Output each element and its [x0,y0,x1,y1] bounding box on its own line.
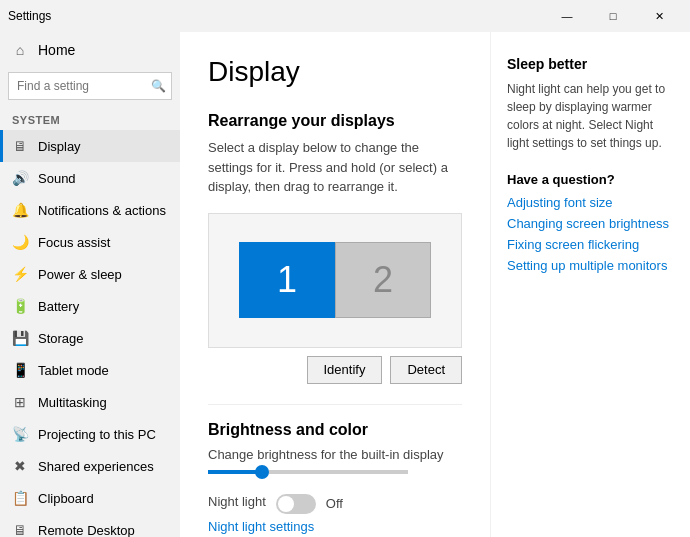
home-icon: ⌂ [12,42,28,58]
sidebar-item-display[interactable]: 🖥 Display [0,130,180,162]
sidebar-item-focus[interactable]: 🌙 Focus assist [0,226,180,258]
search-input[interactable] [8,72,172,100]
detect-button[interactable]: Detect [390,356,462,384]
titlebar: Settings — □ ✕ [0,0,690,32]
remote-icon: 🖥 [12,522,28,537]
sidebar-item-battery[interactable]: 🔋 Battery [0,290,180,322]
slider-container [208,470,462,474]
sidebar-item-label: Sound [38,171,76,186]
question-title: Have a question? [507,172,674,187]
clipboard-icon: 📋 [12,490,28,506]
sidebar-item-multitasking[interactable]: ⊞ Multitasking [0,386,180,418]
sleep-title: Sleep better [507,56,674,72]
shared-icon: ✖ [12,458,28,474]
divider-1 [208,404,462,405]
sidebar-item-sound[interactable]: 🔊 Sound [0,162,180,194]
sidebar-item-label: Clipboard [38,491,94,506]
main-content: Display Rearrange your displays Select a… [180,32,490,537]
app-body: ⌂ Home 🔍 System 🖥 Display 🔊 Sound 🔔 Noti… [0,32,690,537]
right-panel: Sleep better Night light can help you ge… [490,32,690,537]
night-light-state: Off [326,496,343,511]
sidebar-item-label: Multitasking [38,395,107,410]
sleep-desc: Night light can help you get to sleep by… [507,80,674,152]
sidebar-item-label: Power & sleep [38,267,122,282]
sidebar-item-label: Storage [38,331,84,346]
page-title: Display [208,56,462,88]
sidebar-item-label: Shared experiences [38,459,154,474]
display-preview: 1 2 [208,213,462,348]
sidebar-item-label: Focus assist [38,235,110,250]
monitor-container: 1 2 [239,242,431,318]
display-buttons: Identify Detect [208,356,462,384]
focus-icon: 🌙 [12,234,28,250]
rearrange-desc: Select a display below to change the set… [208,138,462,197]
night-light-section: Night light Off Night light settings [208,494,462,534]
sidebar-item-label: Projecting to this PC [38,427,156,442]
titlebar-title: Settings [8,9,544,23]
monitor-2[interactable]: 2 [335,242,431,318]
night-light-toggle[interactable] [276,494,316,514]
sidebar-item-projecting[interactable]: 📡 Projecting to this PC [0,418,180,450]
sidebar-item-label: Tablet mode [38,363,109,378]
sound-icon: 🔊 [12,170,28,186]
search-icon: 🔍 [151,79,166,93]
night-light-settings-link[interactable]: Night light settings [208,519,314,534]
monitor-2-label: 2 [373,259,393,301]
sidebar-home-label: Home [38,42,75,58]
brightness-title: Brightness and color [208,421,462,439]
sidebar-item-tablet[interactable]: 📱 Tablet mode [0,354,180,386]
sidebar-item-label: Notifications & actions [38,203,166,218]
monitor-1-label: 1 [277,259,297,301]
sidebar-section-label: System [0,104,180,130]
night-light-row: Night light Off [208,494,462,514]
right-link-4[interactable]: Setting up multiple monitors [507,258,674,273]
sidebar-item-shared[interactable]: ✖ Shared experiences [0,450,180,482]
multitasking-icon: ⊞ [12,394,28,410]
sidebar-item-power[interactable]: ⚡ Power & sleep [0,258,180,290]
battery-icon: 🔋 [12,298,28,314]
sidebar-item-home[interactable]: ⌂ Home [0,32,180,68]
night-light-label: Night light [208,494,266,509]
brightness-label: Change brightness for the built-in displ… [208,447,462,462]
rearrange-title: Rearrange your displays [208,112,462,130]
minimize-button[interactable]: — [544,0,590,32]
close-button[interactable]: ✕ [636,0,682,32]
identify-button[interactable]: Identify [307,356,383,384]
right-link-1[interactable]: Adjusting font size [507,195,674,210]
power-icon: ⚡ [12,266,28,282]
right-link-2[interactable]: Changing screen brightness [507,216,674,231]
sidebar-item-label: Display [38,139,81,154]
brightness-slider[interactable] [208,470,408,474]
sidebar-search: 🔍 [8,72,172,100]
titlebar-controls: — □ ✕ [544,0,682,32]
display-icon: 🖥 [12,138,28,154]
sidebar-item-storage[interactable]: 💾 Storage [0,322,180,354]
sidebar-item-remote[interactable]: 🖥 Remote Desktop [0,514,180,537]
tablet-icon: 📱 [12,362,28,378]
sidebar-item-notifications[interactable]: 🔔 Notifications & actions [0,194,180,226]
monitor-1[interactable]: 1 [239,242,335,318]
sidebar-item-clipboard[interactable]: 📋 Clipboard [0,482,180,514]
right-link-3[interactable]: Fixing screen flickering [507,237,674,252]
brightness-section: Change brightness for the built-in displ… [208,447,462,474]
sidebar-item-label: Battery [38,299,79,314]
sidebar: ⌂ Home 🔍 System 🖥 Display 🔊 Sound 🔔 Noti… [0,32,180,537]
projecting-icon: 📡 [12,426,28,442]
maximize-button[interactable]: □ [590,0,636,32]
storage-icon: 💾 [12,330,28,346]
notifications-icon: 🔔 [12,202,28,218]
sidebar-item-label: Remote Desktop [38,523,135,538]
